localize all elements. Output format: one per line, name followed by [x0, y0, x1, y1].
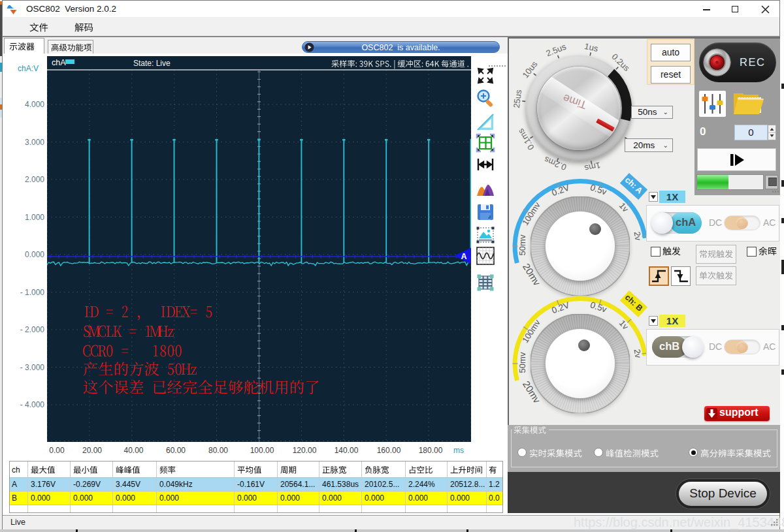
svg-text:A: A	[461, 252, 466, 261]
